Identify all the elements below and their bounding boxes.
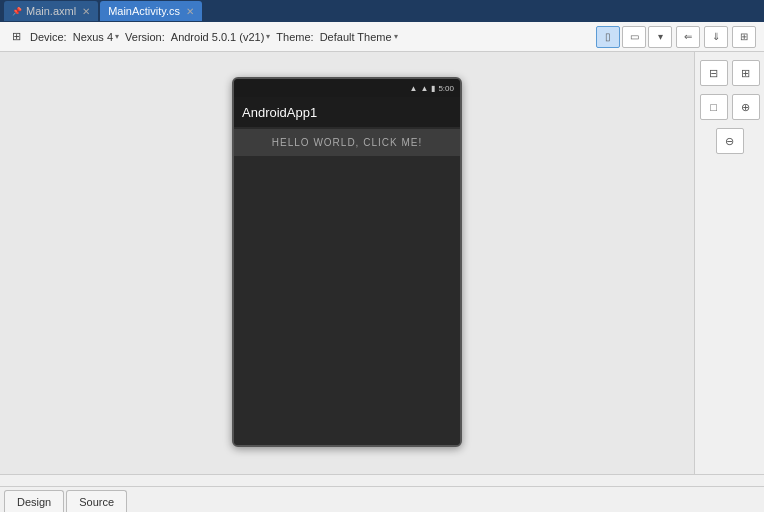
pin-icon: 📌 xyxy=(12,7,22,16)
version-value: Android 5.0.1 (v21) xyxy=(171,31,265,43)
border-outer-button[interactable]: □ xyxy=(700,94,728,120)
landscape-arrow-icon: ▾ xyxy=(658,31,663,42)
phone-portrait-button[interactable]: ▯ xyxy=(596,26,620,48)
device-dropdown[interactable]: Nexus 4 ▾ xyxy=(73,31,119,43)
border-inner-button[interactable]: ⊞ xyxy=(732,60,760,86)
toggle-button[interactable]: ⊞ xyxy=(8,29,24,45)
border-inner-icon: ⊞ xyxy=(741,67,750,80)
border-full-button[interactable]: ⊟ xyxy=(700,60,728,86)
panel-btn-row-3: ⊖ xyxy=(716,128,744,154)
version-label: Version: xyxy=(125,31,165,43)
horizontal-scrollbar[interactable] xyxy=(0,474,764,486)
landscape-arrow-button[interactable]: ▾ xyxy=(648,26,672,48)
device-label: Device: xyxy=(30,31,67,43)
collapse-button[interactable]: ⊖ xyxy=(716,128,744,154)
phone-action-bar: AndroidApp1 xyxy=(234,97,460,127)
signal-icon: ▲ xyxy=(421,84,429,93)
phone-landscape-button[interactable]: ▭ xyxy=(622,26,646,48)
border-full-icon: ⊟ xyxy=(709,67,718,80)
theme-dropdown-arrow: ▾ xyxy=(394,32,398,41)
battery-icon: ▮ xyxy=(431,84,435,93)
main-content: ▲ ▲ ▮ 5:00 AndroidApp1 HELLO WORLD, CLIC… xyxy=(0,52,764,486)
tab-main-activity[interactable]: MainActivity.cs ✕ xyxy=(100,1,202,21)
theme-dropdown[interactable]: Default Theme ▾ xyxy=(320,31,398,43)
panel-btn-row-1: ⊟ ⊞ xyxy=(700,60,760,86)
toolbar-right-buttons: ▯ ▭ ▾ ⇐ ⇓ ⊞ xyxy=(596,26,756,48)
status-time: 5:00 xyxy=(438,84,454,93)
phone-landscape-icon: ▭ xyxy=(630,31,639,42)
collapse-icon: ⊖ xyxy=(725,135,734,148)
device-value: Nexus 4 xyxy=(73,31,113,43)
grid-button[interactable]: ⊞ xyxy=(732,26,756,48)
orientation-buttons: ▯ ▭ ▾ xyxy=(596,26,672,48)
border-outer-icon: □ xyxy=(710,101,717,113)
tab-close-main-axml[interactable]: ✕ xyxy=(82,6,90,17)
grid-icon: ⊞ xyxy=(740,31,748,42)
version-dropdown-arrow: ▾ xyxy=(266,32,270,41)
tab-label-main-activity: MainActivity.cs xyxy=(108,5,180,17)
bottom-tabs: Design Source xyxy=(0,486,764,512)
down-arrow-icon: ⇓ xyxy=(712,31,720,42)
expand-button[interactable]: ⊕ xyxy=(732,94,760,120)
right-panel: ⊟ ⊞ □ ⊕ ⊖ xyxy=(694,52,764,474)
tab-design[interactable]: Design xyxy=(4,490,64,512)
canvas-container[interactable]: ▲ ▲ ▮ 5:00 AndroidApp1 HELLO WORLD, CLIC… xyxy=(0,52,694,474)
phone-status-bar: ▲ ▲ ▮ 5:00 xyxy=(234,79,460,97)
app-title: AndroidApp1 xyxy=(242,105,317,120)
phone-mockup: ▲ ▲ ▮ 5:00 AndroidApp1 HELLO WORLD, CLIC… xyxy=(232,77,462,447)
status-icons: ▲ ▲ ▮ 5:00 xyxy=(410,84,454,93)
design-area: ▲ ▲ ▮ 5:00 AndroidApp1 HELLO WORLD, CLIC… xyxy=(0,52,764,474)
left-arrow-icon: ⇐ xyxy=(684,31,692,42)
panel-btn-row-2: □ ⊕ xyxy=(700,94,760,120)
phone-portrait-icon: ▯ xyxy=(605,31,611,42)
wifi-icon: ▲ xyxy=(410,84,418,93)
title-bar: 📌 Main.axml ✕ MainActivity.cs ✕ xyxy=(0,0,764,22)
phone-content: HELLO WORLD, CLICK ME! xyxy=(234,127,460,445)
version-dropdown[interactable]: Android 5.0.1 (v21) ▾ xyxy=(171,31,271,43)
tab-label-main-axml: Main.axml xyxy=(26,5,76,17)
theme-value: Default Theme xyxy=(320,31,392,43)
tab-close-main-activity[interactable]: ✕ xyxy=(186,6,194,17)
left-arrow-button[interactable]: ⇐ xyxy=(676,26,700,48)
expand-icon: ⊕ xyxy=(741,101,750,114)
tab-design-label: Design xyxy=(17,496,51,508)
down-arrow-button[interactable]: ⇓ xyxy=(704,26,728,48)
tab-main-axml[interactable]: 📌 Main.axml ✕ xyxy=(4,1,98,21)
hello-world-button[interactable]: HELLO WORLD, CLICK ME! xyxy=(234,129,460,156)
theme-label: Theme: xyxy=(276,31,313,43)
toolbar: ⊞ Device: Nexus 4 ▾ Version: Android 5.0… xyxy=(0,22,764,52)
device-dropdown-arrow: ▾ xyxy=(115,32,119,41)
tab-source-label: Source xyxy=(79,496,114,508)
tab-source[interactable]: Source xyxy=(66,490,127,512)
